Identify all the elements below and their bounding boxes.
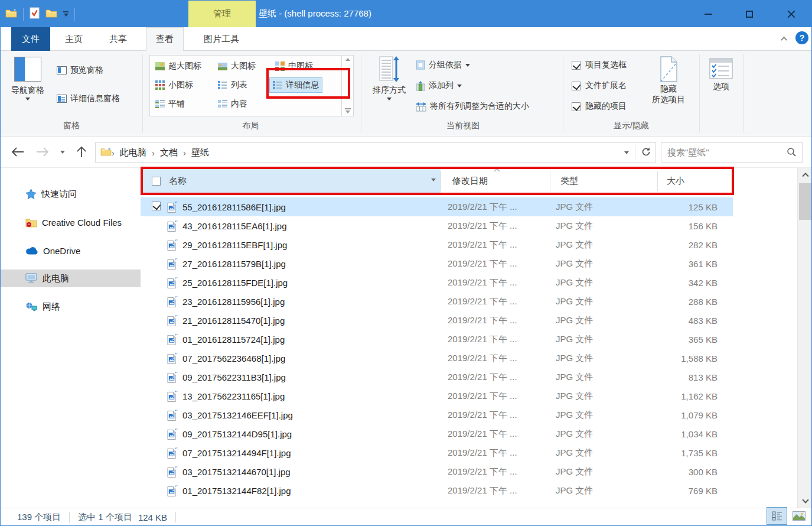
file-type: JPG 文件	[550, 410, 657, 421]
refresh-icon[interactable]	[641, 147, 651, 158]
sidebar-item-this-pc[interactable]: 此电脑	[1, 270, 141, 287]
folder-icon[interactable]	[45, 8, 57, 20]
view-medium-icons[interactable]: 中图标	[272, 59, 316, 74]
up-button[interactable]	[73, 143, 90, 161]
hide-selected-items-button[interactable]: 隐藏 所选项目	[648, 56, 689, 105]
address-bar[interactable]: › 此电脑 › 文档 › 壁纸	[95, 142, 656, 163]
view-content[interactable]: 内容	[215, 96, 250, 112]
scrollbar-thumb[interactable]	[799, 183, 812, 220]
computer-icon	[25, 273, 38, 284]
back-button[interactable]	[9, 143, 27, 161]
file-type: JPG 文件	[550, 447, 657, 459]
column-filter-dropdown-icon[interactable]	[431, 178, 436, 181]
table-row[interactable]: 43_2016128115EA6[1].jpg 2019/2/21 下午 ...…	[141, 216, 733, 235]
chevron-down-icon	[387, 98, 392, 100]
image-file-icon	[167, 447, 178, 459]
address-dropdown-icon[interactable]	[624, 151, 629, 154]
group-label-layout: 布局	[215, 121, 286, 131]
view-tiles[interactable]: 平铺	[152, 96, 188, 112]
gallery-scrollbar[interactable]	[341, 56, 353, 116]
image-file-icon	[167, 296, 178, 308]
hidden-items-checkbox[interactable]: 隐藏的项目	[572, 101, 627, 112]
table-row[interactable]: 09_20175132144D95[1].jpg 2019/2/21 下午 ..…	[141, 424, 733, 443]
table-row[interactable]: 01_20175132144F82[1].jpg 2019/2/21 下午 ..…	[141, 481, 733, 500]
breadcrumb-this-pc[interactable]: 此电脑	[115, 147, 152, 158]
table-row[interactable]: 13_2017562231165[1].jpg 2019/2/21 下午 ...…	[141, 387, 733, 405]
preview-pane-button[interactable]: 预览窗格	[57, 65, 103, 76]
collapse-ribbon-button[interactable]	[778, 32, 792, 46]
file-date: 2019/2/21 下午 ...	[441, 466, 550, 478]
recent-locations-button[interactable]	[56, 143, 69, 161]
breadcrumb-wallpaper[interactable]: 壁纸	[186, 147, 214, 158]
view-extra-large-icons[interactable]: 超大图标	[152, 59, 204, 74]
properties-icon[interactable]	[30, 7, 40, 21]
image-file-icon	[167, 220, 178, 232]
search-box[interactable]: 搜索"壁纸"	[661, 142, 803, 163]
manage-context-tab[interactable]: 管理	[188, 1, 256, 27]
close-icon	[787, 10, 795, 18]
table-row[interactable]: 03_20175132146EEF[1].jpg 2019/2/21 下午 ..…	[141, 405, 733, 424]
chevron-up-icon	[781, 37, 787, 43]
column-header-size[interactable]: 大小	[667, 168, 726, 194]
search-icon[interactable]	[787, 147, 796, 158]
close-button[interactable]	[778, 1, 805, 27]
row-checkbox[interactable]	[152, 202, 161, 210]
scroll-up-button[interactable]	[798, 169, 812, 179]
view-small-icons[interactable]: 小图标	[152, 77, 196, 93]
details-view-toggle[interactable]	[767, 507, 787, 525]
table-row[interactable]: 29_2016128115EBF[1].jpg 2019/2/21 下午 ...…	[141, 235, 733, 254]
tab-share[interactable]: 共享	[100, 27, 136, 51]
column-header-name[interactable]: 名称	[143, 168, 441, 194]
gallery-scroll-up-icon[interactable]	[345, 58, 350, 61]
table-row[interactable]: 55_201612811586E[1].jpg 2019/2/21 下午 ...…	[141, 197, 733, 216]
minimize-button[interactable]	[694, 1, 722, 27]
table-row[interactable]: 01_2016128115724[1].jpg 2019/2/21 下午 ...…	[141, 330, 733, 349]
customize-toolbar-icon[interactable]	[63, 11, 69, 17]
size-all-columns-button[interactable]: 将所有列调整为合适的大小	[416, 101, 529, 112]
file-type: JPG 文件	[550, 353, 657, 364]
add-columns-button[interactable]: 添加列	[416, 80, 462, 91]
new-folder-icon[interactable]	[5, 8, 17, 20]
view-list[interactable]: 列表	[215, 77, 250, 93]
forward-button[interactable]	[34, 143, 51, 161]
sidebar-item-network[interactable]: 网络	[1, 298, 141, 316]
large-icons-icon	[218, 63, 227, 70]
maximize-button[interactable]	[736, 1, 763, 27]
table-row[interactable]: 27_201612811579B[1].jpg 2019/2/21 下午 ...…	[141, 254, 733, 273]
breadcrumb-documents[interactable]: 文档	[155, 147, 183, 158]
thumbnail-view-toggle[interactable]	[788, 507, 809, 525]
options-button[interactable]: 选项	[705, 58, 738, 92]
table-row[interactable]: 07_2017513214494F[1].jpg 2019/2/21 下午 ..…	[141, 443, 733, 462]
table-row[interactable]: 21_2016128115470[1].jpg 2019/2/21 下午 ...…	[141, 311, 733, 330]
vertical-scrollbar[interactable]	[797, 168, 812, 508]
help-button[interactable]: ?	[795, 31, 808, 44]
sort-by-button[interactable]: 排序方式	[368, 56, 410, 100]
select-all-checkbox[interactable]	[152, 177, 161, 186]
table-row[interactable]: 25_2016128115FDE[1].jpg 2019/2/21 下午 ...…	[141, 273, 733, 292]
table-row[interactable]: 23_2016128115956[1].jpg 2019/2/21 下午 ...…	[141, 292, 733, 311]
column-header-type[interactable]: 类型	[560, 168, 647, 194]
scroll-down-button[interactable]	[798, 495, 812, 505]
navigation-pane-button[interactable]: 导航窗格	[11, 57, 44, 100]
sidebar-item-onedrive[interactable]: OneDrive	[1, 242, 141, 259]
tab-file[interactable]: 文件	[11, 27, 50, 51]
tab-home[interactable]: 主页	[57, 27, 91, 51]
sidebar-item-quick-access[interactable]: 快速访问	[1, 185, 141, 203]
table-row[interactable]: 09_20175622311B3[1].jpg 2019/2/21 下午 ...…	[141, 368, 733, 387]
checkbox-checked-icon	[572, 102, 581, 111]
group-label-current-view: 当前视图	[428, 121, 498, 131]
gallery-more-button[interactable]	[345, 108, 351, 113]
tab-picture-tools[interactable]: 图片工具	[187, 27, 256, 51]
file-name: 13_2017562231165[1].jpg	[182, 391, 441, 401]
item-checkboxes-checkbox[interactable]: 项目复选框	[572, 60, 627, 70]
details-pane-button[interactable]: 详细信息窗格	[57, 93, 120, 104]
column-header-date[interactable]: 修改日期	[452, 168, 550, 194]
view-large-icons[interactable]: 大图标	[215, 59, 259, 74]
tab-view[interactable]: 查看	[146, 27, 184, 51]
file-extensions-checkbox[interactable]: 文件扩展名	[572, 80, 627, 91]
table-row[interactable]: 07_2017562236468[1].jpg 2019/2/21 下午 ...…	[141, 349, 733, 368]
view-details[interactable]: 详细信息	[269, 77, 322, 93]
group-by-button[interactable]: 分组依据	[416, 60, 470, 70]
sidebar-item-creative-cloud-files[interactable]: Creative Cloud Files	[1, 213, 141, 231]
table-row[interactable]: 03_20175132144670[1].jpg 2019/2/21 下午 ..…	[141, 462, 733, 481]
